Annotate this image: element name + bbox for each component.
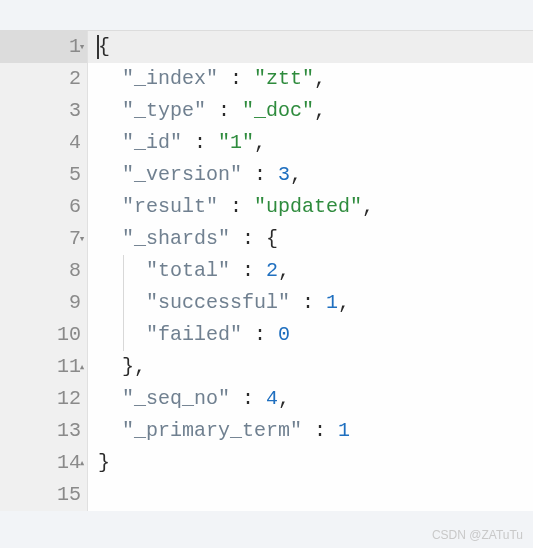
code-content[interactable]: }, bbox=[88, 351, 533, 383]
line-number[interactable]: 9 bbox=[0, 287, 88, 319]
token-punc: , bbox=[278, 259, 290, 282]
code-content[interactable]: "_version" : 3, bbox=[88, 159, 533, 191]
line-number[interactable]: 12 bbox=[0, 383, 88, 415]
token-punc: , bbox=[362, 195, 374, 218]
token-key: "_id" bbox=[122, 131, 182, 154]
code-line[interactable]: 4 "_id" : "1", bbox=[0, 127, 533, 159]
token-key: "total" bbox=[146, 259, 230, 282]
token-punc: , bbox=[254, 131, 266, 154]
indent bbox=[98, 387, 122, 410]
code-line[interactable]: 9 "successful" : 1, bbox=[0, 287, 533, 319]
code-content[interactable]: "failed" : 0 bbox=[88, 319, 533, 351]
line-number[interactable]: 2 bbox=[0, 63, 88, 95]
line-number[interactable]: 10 bbox=[0, 319, 88, 351]
token-punc: : bbox=[230, 387, 266, 410]
token-key: "_version" bbox=[122, 163, 242, 186]
line-number[interactable]: 4 bbox=[0, 127, 88, 159]
token-punc: : bbox=[242, 163, 278, 186]
code-line[interactable]: 6 "result" : "updated", bbox=[0, 191, 533, 223]
line-number[interactable]: 3 bbox=[0, 95, 88, 127]
code-content[interactable]: "_id" : "1", bbox=[88, 127, 533, 159]
token-key: "_index" bbox=[122, 67, 218, 90]
code-content[interactable]: "_shards" : { bbox=[88, 223, 533, 255]
code-content[interactable]: "successful" : 1, bbox=[88, 287, 533, 319]
token-key: "_type" bbox=[122, 99, 206, 122]
token-punc: , bbox=[278, 387, 290, 410]
token-punc: : bbox=[302, 419, 338, 442]
token-punc: : { bbox=[230, 227, 278, 250]
indent bbox=[98, 67, 122, 90]
line-number[interactable]: 6 bbox=[0, 191, 88, 223]
token-str: "ztt" bbox=[254, 67, 314, 90]
code-content[interactable]: "_primary_term" : 1 bbox=[88, 415, 533, 447]
fold-open-icon[interactable]: ▾ bbox=[75, 223, 89, 255]
code-line[interactable]: 2 "_index" : "ztt", bbox=[0, 63, 533, 95]
token-punc: : bbox=[218, 67, 254, 90]
indent bbox=[98, 259, 146, 282]
watermark: CSDN @ZATuTu bbox=[432, 528, 523, 542]
line-number[interactable]: 5 bbox=[0, 159, 88, 191]
code-content[interactable]: "_index" : "ztt", bbox=[88, 63, 533, 95]
token-punc: : bbox=[206, 99, 242, 122]
code-line[interactable]: 7▾ "_shards" : { bbox=[0, 223, 533, 255]
token-num: 4 bbox=[266, 387, 278, 410]
token-punc: , bbox=[314, 67, 326, 90]
token-punc: , bbox=[314, 99, 326, 122]
code-line[interactable]: 11▴ }, bbox=[0, 351, 533, 383]
token-num: 0 bbox=[278, 323, 290, 346]
token-punc: : bbox=[242, 323, 278, 346]
token-key: "failed" bbox=[146, 323, 242, 346]
fold-close-icon[interactable]: ▴ bbox=[75, 351, 89, 383]
indent bbox=[98, 163, 122, 186]
code-content[interactable]: "result" : "updated", bbox=[88, 191, 533, 223]
line-number[interactable]: 1▾ bbox=[0, 31, 88, 63]
line-number[interactable]: 11▴ bbox=[0, 351, 88, 383]
token-num: 2 bbox=[266, 259, 278, 282]
code-line[interactable]: 1▾{ bbox=[0, 31, 533, 63]
token-punc: : bbox=[182, 131, 218, 154]
token-punc: : bbox=[218, 195, 254, 218]
code-line[interactable]: 5 "_version" : 3, bbox=[0, 159, 533, 191]
indent bbox=[98, 227, 122, 250]
fold-close-icon[interactable]: ▴ bbox=[75, 447, 89, 479]
code-content[interactable]: "_seq_no" : 4, bbox=[88, 383, 533, 415]
token-str: "updated" bbox=[254, 195, 362, 218]
indent bbox=[98, 131, 122, 154]
indent bbox=[98, 291, 146, 314]
token-num: 1 bbox=[326, 291, 338, 314]
code-line[interactable]: 14▴} bbox=[0, 447, 533, 479]
indent bbox=[98, 99, 122, 122]
line-number[interactable]: 7▾ bbox=[0, 223, 88, 255]
line-number[interactable]: 14▴ bbox=[0, 447, 88, 479]
line-number[interactable]: 13 bbox=[0, 415, 88, 447]
line-number[interactable]: 8 bbox=[0, 255, 88, 287]
code-line[interactable]: 3 "_type" : "_doc", bbox=[0, 95, 533, 127]
code-line[interactable]: 10 "failed" : 0 bbox=[0, 319, 533, 351]
code-line[interactable]: 12 "_seq_no" : 4, bbox=[0, 383, 533, 415]
token-str: "1" bbox=[218, 131, 254, 154]
code-line[interactable]: 8 "total" : 2, bbox=[0, 255, 533, 287]
token-punc: : bbox=[230, 259, 266, 282]
fold-open-icon[interactable]: ▾ bbox=[75, 31, 89, 63]
code-content[interactable]: "_type" : "_doc", bbox=[88, 95, 533, 127]
code-content[interactable]: "total" : 2, bbox=[88, 255, 533, 287]
token-key: "_primary_term" bbox=[122, 419, 302, 442]
indent-guide bbox=[123, 287, 124, 319]
token-num: 3 bbox=[278, 163, 290, 186]
token-key: "_seq_no" bbox=[122, 387, 230, 410]
token-punc: , bbox=[338, 291, 350, 314]
indent bbox=[98, 419, 122, 442]
code-content[interactable]: } bbox=[88, 447, 533, 479]
code-line[interactable]: 15 bbox=[0, 479, 533, 511]
code-content[interactable]: { bbox=[88, 31, 533, 63]
token-key: "result" bbox=[122, 195, 218, 218]
indent bbox=[98, 195, 122, 218]
token-punc: }, bbox=[122, 355, 146, 378]
indent-guide bbox=[123, 319, 124, 351]
line-number[interactable]: 15 bbox=[0, 479, 88, 511]
token-punc: : bbox=[290, 291, 326, 314]
code-editor[interactable]: 1▾{2 "_index" : "ztt",3 "_type" : "_doc"… bbox=[0, 30, 533, 511]
token-str: "_doc" bbox=[242, 99, 314, 122]
code-line[interactable]: 13 "_primary_term" : 1 bbox=[0, 415, 533, 447]
code-content[interactable] bbox=[88, 479, 533, 511]
